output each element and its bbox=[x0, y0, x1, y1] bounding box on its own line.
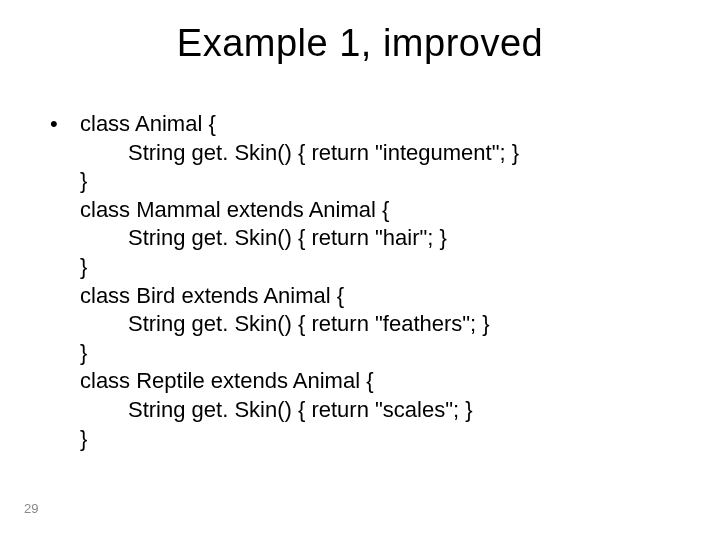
code-block: class Animal { String get. Skin() { retu… bbox=[80, 110, 519, 453]
code-line: } bbox=[80, 339, 519, 368]
page-number: 29 bbox=[24, 501, 38, 516]
code-line: } bbox=[80, 253, 519, 282]
code-line: class Reptile extends Animal { bbox=[80, 367, 519, 396]
slide-body: • class Animal { String get. Skin() { re… bbox=[50, 110, 680, 453]
slide-title: Example 1, improved bbox=[0, 22, 720, 65]
code-line: } bbox=[80, 167, 519, 196]
code-line: } bbox=[80, 425, 519, 454]
bullet-marker: • bbox=[50, 110, 80, 139]
code-line: class Bird extends Animal { bbox=[80, 282, 519, 311]
slide: Example 1, improved • class Animal { Str… bbox=[0, 0, 720, 540]
code-line: String get. Skin() { return "hair"; } bbox=[80, 224, 519, 253]
code-line: class Animal { bbox=[80, 110, 519, 139]
code-line: String get. Skin() { return "scales"; } bbox=[80, 396, 519, 425]
code-line: String get. Skin() { return "integument"… bbox=[80, 139, 519, 168]
code-line: String get. Skin() { return "feathers"; … bbox=[80, 310, 519, 339]
code-line: class Mammal extends Animal { bbox=[80, 196, 519, 225]
bullet-item: • class Animal { String get. Skin() { re… bbox=[50, 110, 680, 453]
